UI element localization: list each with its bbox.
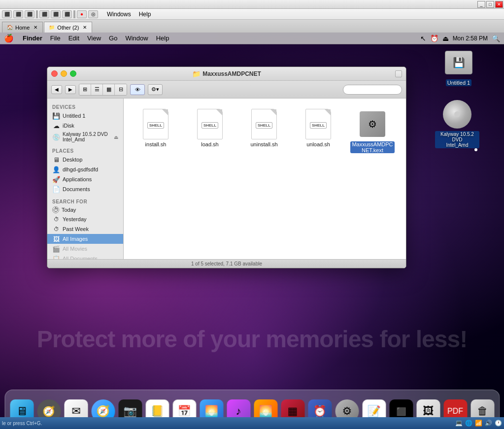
- view-list-btn[interactable]: ☰: [91, 84, 103, 95]
- taskbar-icon-wifi[interactable]: 📶: [474, 419, 482, 427]
- file-uninstall-sh[interactable]: SHELL uninstall.sh: [242, 108, 286, 153]
- eye-action-btn[interactable]: 👁: [130, 84, 145, 95]
- protect-text-overlay: Protect more of your memories for less!: [0, 326, 504, 353]
- taskbar-icon-volume[interactable]: 🔊: [484, 419, 492, 427]
- traffic-light-close[interactable]: [51, 70, 58, 77]
- toolbar-icon-8[interactable]: ◎: [88, 10, 98, 18]
- sidebar-item-kalyway[interactable]: 💿 Kalyway 10.5.2 DVD Intel_Amd ⏏: [47, 131, 123, 143]
- desktop-icon-untitled1[interactable]: 💾 Untitled 1: [443, 47, 474, 86]
- sidebar-icon-documents: 📄: [52, 185, 60, 193]
- hdd-icon-img: 💾: [445, 51, 472, 74]
- sidebar-icon-pastweek: ⏱: [52, 225, 60, 233]
- mac-menu-window[interactable]: Window: [121, 34, 152, 42]
- toolbar-icon-4[interactable]: ⬛: [39, 10, 49, 18]
- toolbar-icon-7[interactable]: ●: [77, 10, 87, 18]
- window-resize-btn[interactable]: [395, 70, 402, 77]
- toolbar-icon-1[interactable]: ⬛: [2, 10, 12, 18]
- shell-file-install: SHELL: [143, 109, 168, 139]
- taskbar-right: 💻 🌐 📶 🔊 🕐: [455, 419, 502, 427]
- file-kext[interactable]: ⚙ MaxxussAMDPCNET.kext: [350, 108, 395, 153]
- toolbar-icon-5[interactable]: ⬛: [51, 10, 61, 18]
- toolbar-sep-2: [73, 10, 75, 18]
- finder-titlebar: 📁 MaxxussAMDPCNET: [47, 67, 406, 81]
- view-icon-btn[interactable]: ⊞: [79, 84, 91, 95]
- sidebar-item-applications[interactable]: 🚀 Applications: [47, 174, 123, 184]
- sidebar-label-pastweek: Past Week: [63, 226, 89, 232]
- mac-menu-view[interactable]: View: [83, 34, 105, 42]
- shell-label-uninstall: SHELL: [256, 122, 272, 129]
- sidebar-eject-kalyway[interactable]: ⏏: [114, 134, 118, 140]
- sidebar-label-allimages: All Images: [63, 236, 88, 242]
- sidebar-item-untitled1[interactable]: 💾 Untitled 1: [47, 111, 123, 121]
- sidebar-devices-header: DEVICES: [47, 103, 123, 111]
- menu-windows[interactable]: Windows: [103, 10, 135, 19]
- file-install-sh[interactable]: SHELL install.sh: [134, 108, 178, 153]
- eject-menubar-icon[interactable]: ⏏: [442, 34, 449, 42]
- sidebar-item-pastweek[interactable]: ⏱ Past Week: [47, 224, 123, 234]
- apple-menu[interactable]: 🍎: [4, 33, 14, 43]
- taskbar-icon-network[interactable]: 🌐: [465, 419, 472, 427]
- mac-menu-file[interactable]: File: [46, 34, 65, 42]
- sidebar-label-desktop: Desktop: [63, 157, 82, 163]
- menu-help[interactable]: Help: [135, 10, 155, 19]
- finder-title-icon: 📁: [192, 70, 201, 78]
- sidebar-icon-kalyway: 💿: [52, 133, 60, 141]
- mac-menu-edit[interactable]: Edit: [65, 34, 83, 42]
- browser-tabs-bar: 🏠 Home ✕ 📁 Other (2) ✕: [0, 20, 504, 33]
- sidebar-label-kalyway: Kalyway 10.5.2 DVD Intel_Amd: [63, 132, 111, 142]
- dvd-icon-container: [441, 99, 473, 130]
- search-menubar-icon[interactable]: 🔍: [492, 34, 500, 42]
- sidebar-item-home[interactable]: 👤 dlhgd-gsdfsdfd: [47, 165, 123, 174]
- finder-search-input[interactable]: [343, 85, 402, 95]
- desktop-icon-kalyway-label: Kalyway 10.5.2 DVDIntel_Amd: [435, 131, 479, 148]
- nav-back-btn[interactable]: ◀: [51, 85, 62, 94]
- win-minimize-btn[interactable]: _: [477, 1, 485, 8]
- browser-tab-home[interactable]: 🏠 Home ✕: [2, 22, 43, 33]
- win-close-btn[interactable]: ✕: [495, 1, 503, 8]
- sidebar-item-today[interactable]: ⏱ Today: [47, 205, 123, 214]
- sidebar-item-idisk[interactable]: ☁ iDisk: [47, 121, 123, 131]
- shell-label-install: SHELL: [147, 122, 164, 129]
- file-name-install: install.sh: [145, 141, 167, 147]
- file-icon-kext: ⚙: [357, 108, 388, 140]
- sidebar-item-allimages[interactable]: 🖼 All Images: [47, 234, 123, 244]
- windows-menubar: ⬛ ⬛ ⬛ ⬛ ⬛ ⬛ ● ◎ Windows Help: [0, 9, 504, 20]
- shell-file-uninstall: SHELL: [251, 109, 277, 139]
- file-icon-uninstall: SHELL: [248, 108, 280, 140]
- tab-home-close[interactable]: ✕: [33, 25, 38, 31]
- sidebar-label-today: Today: [62, 207, 76, 213]
- toolbar-icon-3[interactable]: ⬛: [25, 10, 34, 18]
- mac-menu-finder[interactable]: Finder: [19, 34, 46, 42]
- view-coverflow-btn[interactable]: ⊟: [115, 84, 127, 95]
- sidebar-label-idisk: iDisk: [63, 123, 74, 129]
- toolbar-icon-2[interactable]: ⬛: [13, 10, 23, 18]
- toolbar-sep-1: [36, 10, 38, 18]
- view-btn-group: ⊞ ☰ ▦ ⊟: [79, 84, 127, 96]
- browser-tab-other[interactable]: 📁 Other (2) ✕: [44, 22, 92, 33]
- tab-other-close[interactable]: ✕: [82, 25, 88, 31]
- nav-forward-btn[interactable]: ▶: [65, 85, 76, 94]
- taskbar-icon-clock: 🕐: [494, 419, 502, 427]
- traffic-light-minimize[interactable]: [61, 70, 67, 77]
- timemachine-menubar-icon[interactable]: ⏰: [430, 34, 438, 42]
- sidebar-item-allmovies[interactable]: 🎬 All Movies: [47, 244, 123, 254]
- view-column-btn[interactable]: ▦: [103, 84, 115, 95]
- file-load-sh[interactable]: SHELL load.sh: [188, 108, 232, 153]
- desktop-icon-kalyway[interactable]: Kalyway 10.5.2 DVDIntel_Amd: [435, 99, 479, 148]
- sidebar-label-untitled1: Untitled 1: [63, 113, 85, 119]
- sidebar-item-yesterday[interactable]: ⏱ Yesterday: [47, 214, 123, 224]
- file-unload-sh[interactable]: SHELL unload.sh: [296, 108, 340, 153]
- toolbar-icon-6[interactable]: ⬛: [62, 10, 72, 18]
- traffic-light-maximize[interactable]: [70, 70, 76, 77]
- win-maximize-btn[interactable]: □: [486, 1, 494, 8]
- traffic-lights: [51, 70, 76, 77]
- mac-menu-go[interactable]: Go: [105, 34, 121, 42]
- finder-body: DEVICES 💾 Untitled 1 ☁ iDisk 💿 Kalyway 1…: [47, 99, 406, 268]
- gear-action-btn[interactable]: ⚙▾: [148, 84, 163, 95]
- sidebar-item-desktop[interactable]: 🖥 Desktop: [47, 155, 123, 165]
- mac-menu-help[interactable]: Help: [152, 34, 173, 42]
- sidebar-icon-untitled1: 💾: [52, 112, 60, 120]
- cursor-icon: ↖: [420, 34, 426, 42]
- file-name-load: load.sh: [201, 141, 218, 147]
- sidebar-item-documents[interactable]: 📄 Documents: [47, 184, 123, 194]
